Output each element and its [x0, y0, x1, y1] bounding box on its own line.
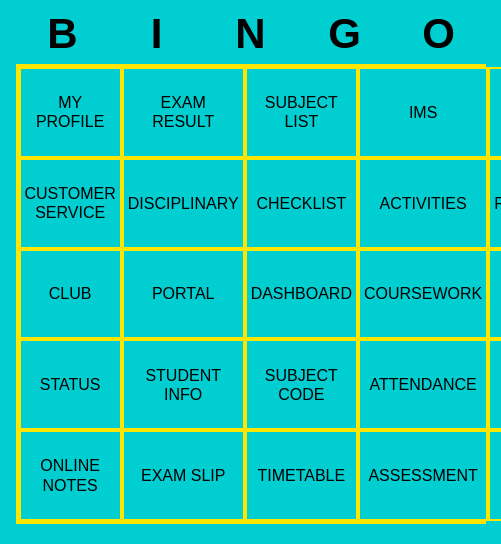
bingo-cell-10: CLUB: [19, 249, 122, 340]
bingo-cell-12: DASHBOARD: [245, 249, 358, 340]
bingo-cell-11: PORTAL: [122, 249, 245, 340]
bingo-cell-2: SUBJECT LIST: [245, 67, 358, 158]
bingo-grid: MY PROFILEEXAM RESULTSUBJECT LISTIMSEXTR…: [16, 64, 486, 524]
bingo-cell-20: ONLINE NOTES: [19, 430, 122, 521]
bingo-cell-5: CUSTOMER SERVICE: [19, 158, 122, 249]
letter-o: O: [399, 10, 479, 58]
bingo-cell-24: DOCUMENT: [488, 430, 501, 521]
letter-n: N: [211, 10, 291, 58]
bingo-cell-14: HANDBOOK: [488, 249, 501, 340]
bingo-cell-18: ATTENDANCE: [358, 339, 488, 430]
letter-g: G: [305, 10, 385, 58]
bingo-cell-22: TIMETABLE: [245, 430, 358, 521]
letter-b: B: [23, 10, 103, 58]
letter-i: I: [117, 10, 197, 58]
bingo-title: B I N G O: [16, 0, 486, 64]
bingo-cell-3: IMS: [358, 67, 488, 158]
bingo-cell-9: REGISTRATION: [488, 158, 501, 249]
bingo-cell-16: STUDENT INFO: [122, 339, 245, 430]
bingo-cell-17: SUBJECT CODE: [245, 339, 358, 430]
bingo-cell-19: ADD/DROP: [488, 339, 501, 430]
bingo-cell-1: EXAM RESULT: [122, 67, 245, 158]
bingo-cell-8: ACTIVITIES: [358, 158, 488, 249]
bingo-cell-4: EXTRA CURRICULAR: [488, 67, 501, 158]
bingo-cell-0: MY PROFILE: [19, 67, 122, 158]
bingo-cell-13: COURSEWORK: [358, 249, 488, 340]
bingo-cell-23: ASSESSMENT: [358, 430, 488, 521]
bingo-cell-7: CHECKLIST: [245, 158, 358, 249]
bingo-cell-15: STATUS: [19, 339, 122, 430]
bingo-cell-21: EXAM SLIP: [122, 430, 245, 521]
bingo-cell-6: DISCIPLINARY: [122, 158, 245, 249]
